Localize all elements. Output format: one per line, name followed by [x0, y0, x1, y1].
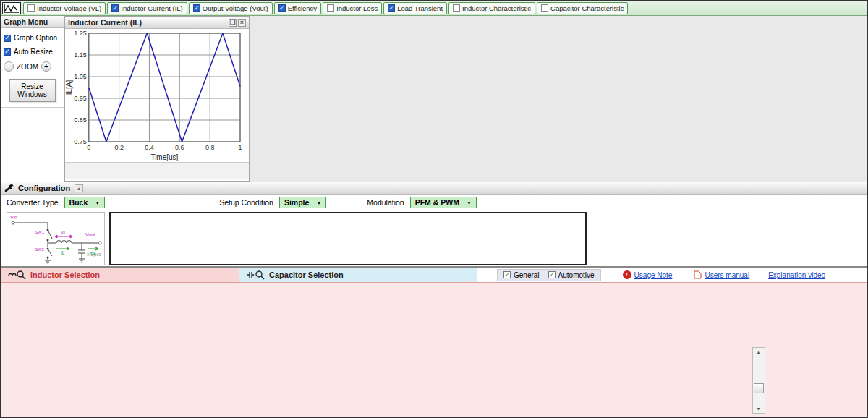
check-icon	[27, 4, 35, 12]
svg-text:Time[us]: Time[us]	[150, 153, 178, 161]
top-toolbar: Inductor Voltage (VL)✓Inductor Current (…	[1, 1, 867, 16]
svg-text:0.95: 0.95	[74, 95, 87, 102]
svg-text:SW2: SW2	[35, 247, 45, 252]
zoom-out-button[interactable]: -	[4, 61, 14, 72]
selection-section: Inductor Selection Capacitor Selection ✓…	[1, 268, 867, 418]
check-icon: ✓	[193, 4, 200, 12]
app-logo-waveform-icon	[2, 2, 21, 14]
circuit-diagram: Vin SW1 SW2 VL IL	[7, 212, 105, 265]
svg-text:0.75: 0.75	[74, 138, 87, 145]
svg-text:1: 1	[238, 144, 242, 151]
converter-type-select[interactable]: Buck▼	[64, 197, 106, 208]
toolbar-item-label: Inductor Current (IL)	[121, 4, 183, 12]
resize-windows-button[interactable]: Resize Windows	[9, 79, 56, 102]
toolbar-item[interactable]: ✓Output Voltage (Vout)	[189, 2, 273, 14]
inductor-magnifier-icon	[8, 270, 27, 280]
scroll-down-icon[interactable]: ▼	[757, 405, 762, 413]
svg-text:0: 0	[87, 144, 90, 151]
toolbar-item-label: Output Voltage (Vout)	[203, 4, 268, 12]
modulation-group: Modulation PFM & PWM▼	[367, 197, 477, 208]
zoom-in-button[interactable]: +	[41, 61, 51, 72]
toolbar-item[interactable]: ✓Efficiency	[274, 2, 321, 14]
zoom-label: ZOOM	[17, 63, 38, 71]
svg-text:IL[A]: IL[A]	[65, 80, 73, 95]
toolbar-item-label: Efficiency	[288, 4, 317, 12]
svg-text:1.05: 1.05	[74, 73, 87, 80]
alert-icon: !	[623, 270, 631, 279]
auto-resize-checkbox[interactable]: ✓ Auto Resize	[4, 48, 61, 56]
toolbar-item-label: Inductor Characteristic	[462, 4, 531, 12]
check-icon: ✓	[4, 35, 11, 42]
svg-text:SW1: SW1	[35, 230, 45, 234]
app-window: Inductor Voltage (VL)✓Inductor Current (…	[0, 0, 868, 418]
svg-text:1.25: 1.25	[74, 30, 87, 37]
capacitor-magnifier-icon	[247, 270, 265, 280]
check-icon	[541, 4, 548, 12]
toolbar-item[interactable]: ✓Load Transient	[383, 2, 447, 14]
chart-title-bar: Inductor Current (IL)❐×	[65, 17, 249, 29]
check-icon	[327, 4, 334, 12]
configuration-section: Configuration ▴ Converter Type Buck▼ Set…	[1, 182, 867, 268]
users-manual-link[interactable]: Users manual	[705, 271, 749, 279]
svg-text:IL: IL	[61, 250, 65, 255]
chart-title: Inductor Current (IL)	[68, 18, 142, 27]
check-icon: ✓	[548, 271, 556, 278]
toolbar-item[interactable]: Inductor Characteristic	[448, 2, 535, 14]
manual-document-icon	[694, 270, 702, 279]
check-icon: ✓	[278, 4, 286, 12]
toolbar-item-label: Load Transient	[397, 4, 443, 12]
svg-text:Idc: Idc	[90, 250, 96, 255]
tab-inductor-selection[interactable]: Inductor Selection	[1, 268, 239, 282]
usage-note-link[interactable]: Usage Note	[634, 271, 673, 279]
converter-type-group: Converter Type Buck▼	[7, 197, 105, 208]
explanation-video-link[interactable]: Explanation video	[768, 271, 825, 279]
chart-footer	[65, 162, 249, 179]
svg-text:VL: VL	[61, 230, 67, 235]
svg-text:0.85: 0.85	[74, 116, 87, 124]
configuration-title: Configuration	[18, 184, 70, 192]
svg-text:0.4: 0.4	[145, 144, 154, 151]
results-table-area: ▲ ▼	[1, 347, 867, 418]
scope-filter-chip: ✓General ✓Automotive	[497, 269, 601, 281]
svg-text:1.15: 1.15	[74, 51, 87, 59]
check-icon: ✓	[4, 48, 11, 56]
svg-text:0.8: 0.8	[205, 144, 215, 151]
svg-text:0.6: 0.6	[175, 144, 184, 151]
toolbar-item[interactable]: Inductor Voltage (VL)	[23, 2, 106, 14]
check-icon	[453, 4, 460, 12]
general-checkbox[interactable]: ✓General	[503, 271, 540, 279]
wrench-icon	[4, 184, 14, 193]
check-icon: ✓	[388, 4, 395, 12]
svg-text:0.2: 0.2	[114, 144, 124, 151]
graph-menu-panel: Graph Menu ✓ Graph Option ✓ Auto Resize …	[1, 16, 64, 182]
automotive-checkbox[interactable]: ✓Automotive	[548, 271, 595, 279]
chart-panel: Inductor Current (IL)❐×00.20.40.60.810.7…	[64, 16, 250, 182]
svg-text:Vin: Vin	[10, 215, 17, 220]
toolbar-item[interactable]: ✓Inductor Current (IL)	[107, 2, 187, 14]
chart-plot: 00.20.40.60.810.750.850.951.051.151.25Ti…	[65, 29, 246, 162]
toolbar-item-label: Capacitor Characteristic	[550, 4, 624, 12]
toolbar-item[interactable]: Capacitor Characteristic	[537, 2, 628, 14]
close-icon[interactable]: ×	[238, 19, 246, 27]
table-scrollbar[interactable]: ▲ ▼	[752, 347, 765, 414]
setup-condition-group: Setup Condition Simple▼	[219, 197, 326, 208]
scroll-thumb[interactable]	[754, 383, 764, 393]
graph-region: Graph Menu ✓ Graph Option ✓ Auto Resize …	[1, 16, 867, 182]
parameter-box	[109, 212, 587, 265]
setup-condition-select[interactable]: Simple▼	[279, 197, 326, 208]
check-icon: ✓	[111, 4, 119, 12]
toolbar-item[interactable]: Inductor Loss	[323, 2, 382, 14]
modulation-select[interactable]: PFM & PWM▼	[410, 197, 477, 208]
svg-text:Vout: Vout	[85, 232, 95, 237]
graph-menu-title: Graph Menu	[1, 16, 64, 28]
toolbar-item-label: Inductor Loss	[336, 4, 378, 12]
toolbar-item-label: Inductor Voltage (VL)	[37, 4, 101, 12]
graph-option-checkbox[interactable]: ✓ Graph Option	[4, 34, 61, 42]
maximize-icon[interactable]: ❐	[229, 19, 237, 27]
collapse-icon[interactable]: ▴	[75, 184, 83, 192]
scroll-up-icon[interactable]: ▲	[757, 348, 762, 356]
check-icon: ✓	[503, 271, 511, 278]
tab-capacitor-selection[interactable]: Capacitor Selection	[239, 268, 477, 282]
